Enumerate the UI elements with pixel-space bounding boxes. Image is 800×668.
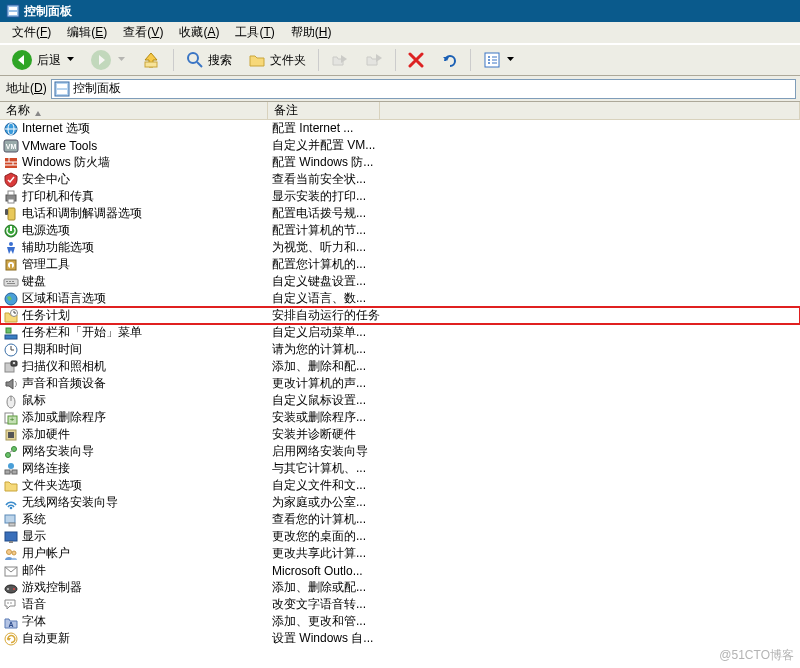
list-item[interactable]: A字体添加、更改和管... [0,613,800,630]
item-note: 自定义并配置 VM... [272,138,375,152]
list-item[interactable]: 显示更改您的桌面的... [0,528,800,545]
list-item[interactable]: 电源选项配置计算机的节... [0,222,800,239]
item-name: 添加硬件 [22,426,70,443]
svg-rect-43 [7,283,15,284]
item-note: 更改共享此计算... [272,546,366,560]
chevron-down-icon [67,57,74,64]
item-name: 自动更新 [22,630,70,647]
svg-rect-72 [9,523,15,526]
list-item[interactable]: 扫描仪和照相机添加、删除和配... [0,358,800,375]
list-item[interactable]: 文件夹选项自定义文件和文... [0,477,800,494]
item-name: 管理工具 [22,256,70,273]
column-header-name[interactable]: 名称 [0,102,268,119]
item-note: 添加、删除或配... [272,580,366,594]
list-item[interactable]: 自动更新设置 Windows 自... [0,630,800,647]
item-name: 无线网络安装向导 [22,494,118,511]
item-list[interactable]: Internet 选项配置 Internet ...VMVMware Tools… [0,120,800,668]
svg-rect-62 [8,432,14,438]
up-button[interactable] [134,47,168,73]
list-item[interactable]: 管理工具配置您计算机的... [0,256,800,273]
undo-button[interactable] [433,47,465,73]
firewall-icon [3,155,19,171]
list-item[interactable]: Windows 防火墙配置 Windows 防... [0,154,800,171]
svg-point-75 [7,549,12,554]
address-input[interactable]: 控制面板 [51,79,796,99]
security-icon [3,172,19,188]
item-name: 打印机和传真 [22,188,94,205]
svg-point-70 [10,506,13,509]
list-item[interactable]: 用户帐户更改共享此计算... [0,545,800,562]
list-item[interactable]: 网络安装向导启用网络安装向导 [0,443,800,460]
menu-h[interactable]: 帮助(H) [283,22,340,43]
address-value: 控制面板 [73,80,793,97]
sort-ascending-icon [34,107,42,115]
item-name: 用户帐户 [22,545,70,562]
list-item[interactable]: 系统查看您的计算机... [0,511,800,528]
item-name: 电源选项 [22,222,70,239]
item-note: 自定义启动菜单... [272,325,366,339]
list-item[interactable]: Internet 选项配置 Internet ... [0,120,800,137]
item-name: 添加或删除程序 [22,409,106,426]
item-note: 更改您的桌面的... [272,529,366,543]
list-item[interactable]: 无线网络安装向导为家庭或办公室... [0,494,800,511]
item-name: 扫描仪和照相机 [22,358,106,375]
list-item[interactable]: 打印机和传真显示安装的打印... [0,188,800,205]
menu-e[interactable]: 编辑(E) [59,22,115,43]
svg-point-11 [488,62,490,64]
list-item[interactable]: 键盘自定义键盘设置... [0,273,800,290]
item-note: 显示安装的打印... [272,189,366,203]
column-header-note[interactable]: 备注 [268,102,380,119]
list-item[interactable]: 安全中心查看当前安全状... [0,171,800,188]
svg-point-81 [7,602,9,604]
list-item[interactable]: VMVMware Tools自定义并配置 VM... [0,137,800,154]
list-item[interactable]: 日期和时间请为您的计算机... [0,341,800,358]
menu-t[interactable]: 工具(T) [227,22,282,43]
item-name: 显示 [22,528,46,545]
menu-bar: 文件(F)编辑(E)查看(V)收藏(A)工具(T)帮助(H) [0,22,800,44]
svg-rect-23 [5,158,17,168]
svg-point-79 [7,588,9,590]
views-button[interactable] [476,47,521,73]
forward-button[interactable] [83,47,132,73]
list-item[interactable]: 邮件Microsoft Outlo... [0,562,800,579]
folders-button[interactable]: 文件夹 [241,47,313,73]
copy-to-button[interactable] [358,47,390,73]
address-bar: 地址(D) 控制面板 [0,76,800,102]
svg-rect-30 [8,199,14,203]
delete-button[interactable] [401,47,431,73]
list-item[interactable]: 区域和语言选项自定义语言、数... [0,290,800,307]
item-note: 查看当前安全状... [272,172,366,186]
item-name: 邮件 [22,562,46,579]
list-item[interactable]: 网络连接与其它计算机、... [0,460,800,477]
svg-rect-5 [145,62,157,67]
menu-f[interactable]: 文件(F) [4,22,59,43]
svg-rect-48 [5,335,17,339]
search-button[interactable]: 搜索 [179,47,239,73]
menu-v[interactable]: 查看(V) [115,22,171,43]
svg-rect-16 [57,84,67,88]
list-item[interactable]: +添加或删除程序安装或删除程序... [0,409,800,426]
taskbar-icon [3,325,19,341]
phone-icon [3,206,19,222]
list-item[interactable]: 辅助功能选项为视觉、听力和... [0,239,800,256]
list-item[interactable]: 电话和调制解调器选项配置电话拨号规... [0,205,800,222]
sound-icon [3,376,19,392]
folder-icon [3,478,19,494]
list-item[interactable]: 任务栏和「开始」菜单自定义启动菜单... [0,324,800,341]
list-item[interactable]: 添加硬件安装并诊断硬件 [0,426,800,443]
list-item[interactable]: 鼠标自定义鼠标设置... [0,392,800,409]
back-button[interactable]: 后退 [4,47,81,73]
item-note: 安装并诊断硬件 [272,427,356,441]
list-item[interactable]: 游戏控制器添加、删除或配... [0,579,800,596]
item-note: 为视觉、听力和... [272,240,366,254]
list-item[interactable]: 声音和音频设备更改计算机的声... [0,375,800,392]
wireless-icon [3,495,19,511]
list-item[interactable]: 语音改变文字语音转... [0,596,800,613]
svg-point-69 [8,463,14,469]
svg-point-78 [5,585,17,593]
window-title: 控制面板 [24,3,72,20]
menu-a[interactable]: 收藏(A) [171,22,227,43]
move-to-button[interactable] [324,47,356,73]
item-note: 查看您的计算机... [272,512,366,526]
list-item[interactable]: 任务计划安排自动运行的任务 [0,307,800,324]
